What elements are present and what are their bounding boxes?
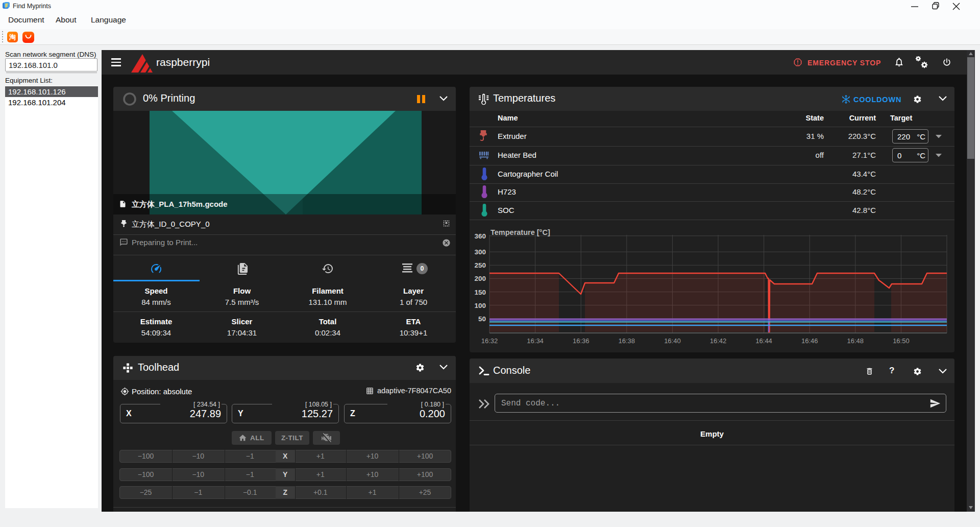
- svg-text:50: 50: [478, 315, 486, 323]
- svg-text:300: 300: [474, 248, 486, 256]
- svg-text:16:50: 16:50: [893, 337, 910, 345]
- svg-text:250: 250: [474, 261, 486, 269]
- svg-text:16:44: 16:44: [755, 337, 772, 345]
- svg-text:16:34: 16:34: [527, 337, 544, 345]
- svg-text:200: 200: [474, 275, 486, 282]
- svg-text:Temperature [°C]: Temperature [°C]: [491, 228, 550, 236]
- svg-text:16:32: 16:32: [481, 337, 498, 345]
- svg-text:16:42: 16:42: [710, 337, 727, 345]
- svg-text:16:48: 16:48: [847, 337, 864, 345]
- svg-text:360: 360: [474, 232, 486, 240]
- svg-text:16:46: 16:46: [801, 337, 818, 345]
- svg-text:16:38: 16:38: [619, 337, 635, 345]
- svg-text:16:40: 16:40: [664, 337, 681, 345]
- svg-text:16:36: 16:36: [573, 337, 590, 345]
- svg-text:150: 150: [474, 289, 486, 296]
- svg-text:100: 100: [474, 302, 486, 309]
